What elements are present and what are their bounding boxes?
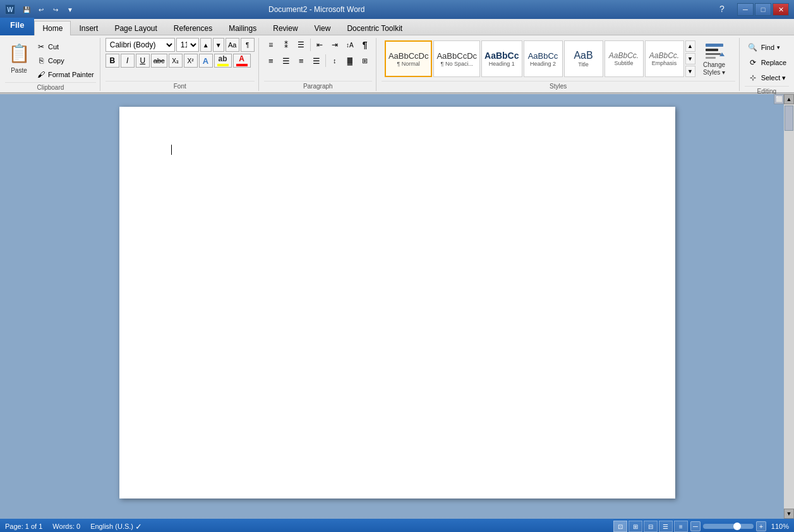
ribbon-minimize-btn[interactable]: ? xyxy=(716,3,728,15)
styles-group-label: Styles xyxy=(382,81,735,91)
web-view-btn[interactable]: ⊟ xyxy=(644,521,658,532)
para-row2: ≡ ☰ ≡ ☰ ↕ ▓ ⊞ xyxy=(264,54,372,68)
format-painter-label: Format Painter xyxy=(48,71,94,78)
text-highlight-btn[interactable]: ab xyxy=(214,54,232,68)
maximize-btn[interactable]: □ xyxy=(755,3,771,16)
language-label: English (U.S.) xyxy=(90,523,133,530)
zoom-out-btn[interactable]: ─ xyxy=(690,521,701,531)
resize-handle[interactable]: ⬜ xyxy=(774,94,784,104)
zoom-thumb[interactable] xyxy=(733,523,741,530)
clipboard-content: 📋 Paste ✂ Cut ⎘ Copy 🖌 Format Painter xyxy=(5,38,96,82)
clear-formatting-btn[interactable]: Aa xyxy=(226,38,239,52)
numbering-btn[interactable]: ⁑ xyxy=(279,38,293,52)
tab-mailings[interactable]: Mailings xyxy=(220,21,265,35)
font-name-select[interactable]: Calibri (Body) xyxy=(105,38,175,52)
document-page[interactable] xyxy=(119,107,675,499)
font-row2: B I U abc X₂ X² A ab A xyxy=(105,54,255,68)
save-quick-btn[interactable]: 💾 xyxy=(20,4,33,15)
font-size-select[interactable]: 11 xyxy=(176,38,199,52)
copy-button[interactable]: ⎘ Copy xyxy=(34,54,96,67)
styles-scroll-down[interactable]: ▼ xyxy=(685,53,695,64)
spell-check-icon: ✓ xyxy=(135,522,142,531)
strikethrough-button[interactable]: abc xyxy=(151,54,167,68)
format-painter-button[interactable]: 🖌 Format Painter xyxy=(34,68,96,81)
select-button[interactable]: ⊹ Select ▾ xyxy=(745,71,789,85)
minimize-btn[interactable]: ─ xyxy=(737,3,754,16)
borders-btn[interactable]: ⊞ xyxy=(358,54,372,68)
bold-button[interactable]: B xyxy=(105,54,119,68)
show-para-btn[interactable]: ¶ xyxy=(358,38,372,52)
style-heading1-btn[interactable]: AaBbCc Heading 1 xyxy=(481,40,522,77)
decrease-indent-btn[interactable]: ⇤ xyxy=(313,38,327,52)
font-size-decrease-btn[interactable]: ▼ xyxy=(213,38,224,52)
cut-icon: ✂ xyxy=(36,42,46,52)
replace-button[interactable]: ⟳ Replace xyxy=(745,56,789,70)
zoom-in-btn[interactable]: + xyxy=(756,521,766,531)
paste-button[interactable]: 📋 Paste xyxy=(5,38,33,75)
scroll-up-arrow[interactable]: ▲ xyxy=(784,94,794,104)
subscript-button[interactable]: X₂ xyxy=(169,54,183,68)
style-heading2-label: Heading 2 xyxy=(530,61,556,67)
tab-file[interactable]: File xyxy=(0,18,34,35)
font-color-btn[interactable]: A xyxy=(233,54,251,68)
clipboard-group: 📋 Paste ✂ Cut ⎘ Copy 🖌 Format Painter xyxy=(1,38,100,91)
document-content[interactable] xyxy=(119,107,675,193)
styles-expand[interactable]: ▼ xyxy=(685,66,695,77)
align-right-btn[interactable]: ≡ xyxy=(294,54,308,68)
style-title-btn[interactable]: AaB Title xyxy=(564,40,603,77)
style-subtitle-text: AaBbCc. xyxy=(609,51,639,60)
style-normal-btn[interactable]: AaBbCcDc ¶ Normal xyxy=(385,40,433,77)
paste-icon: 📋 xyxy=(8,39,30,67)
multilevel-btn[interactable]: ☰ xyxy=(294,38,308,52)
status-left: Page: 1 of 1 Words: 0 English (U.S.) ✓ xyxy=(5,522,142,531)
tab-references[interactable]: References xyxy=(165,21,220,35)
tab-insert[interactable]: Insert xyxy=(71,21,106,35)
style-heading2-btn[interactable]: AaBbCc Heading 2 xyxy=(524,40,563,77)
justify-btn[interactable]: ☰ xyxy=(310,54,323,68)
scroll-track xyxy=(784,104,794,509)
underline-button[interactable]: U xyxy=(136,54,150,68)
print-view-btn[interactable]: ⊡ xyxy=(613,521,627,532)
shading-btn[interactable]: ▓ xyxy=(343,54,357,68)
close-btn[interactable]: ✕ xyxy=(773,3,789,16)
show-characters-btn[interactable]: ¶ xyxy=(241,38,255,52)
change-styles-button[interactable]: ChangeStyles ▾ xyxy=(697,39,732,79)
paragraph-group-label: Paragraph xyxy=(264,81,372,91)
clipboard-small: ✂ Cut ⎘ Copy 🖌 Format Painter xyxy=(34,38,96,81)
redo-quick-btn[interactable]: ↪ xyxy=(49,4,62,15)
scroll-thumb[interactable] xyxy=(785,106,793,131)
line-spacing-btn[interactable]: ↕ xyxy=(328,54,342,68)
sort-btn[interactable]: ↕A xyxy=(343,38,357,52)
tab-page-layout[interactable]: Page Layout xyxy=(106,21,165,35)
style-nospacing-btn[interactable]: AaBbCcDc ¶ No Spaci... xyxy=(433,40,480,77)
cut-button[interactable]: ✂ Cut xyxy=(34,40,96,53)
tab-review[interactable]: Review xyxy=(265,21,306,35)
svg-rect-0 xyxy=(706,44,723,47)
align-left-btn[interactable]: ≡ xyxy=(264,54,278,68)
styles-scroll-up[interactable]: ▲ xyxy=(685,40,695,52)
find-button[interactable]: 🔍 Find ▾ xyxy=(745,40,789,54)
draft-view-btn[interactable]: ≡ xyxy=(674,521,688,532)
tab-home[interactable]: Home xyxy=(34,21,71,35)
text-effect-button[interactable]: A xyxy=(199,54,213,68)
bullets-btn[interactable]: ≡ xyxy=(264,38,278,52)
superscript-button[interactable]: X² xyxy=(184,54,198,68)
style-subtitle-btn[interactable]: AaBbCc. Subtitle xyxy=(605,40,644,77)
zoom-slider[interactable] xyxy=(703,524,754,529)
scroll-down-arrow[interactable]: ▼ xyxy=(784,509,794,519)
customize-quick-btn[interactable]: ▼ xyxy=(64,4,76,15)
title-bar: W 💾 ↩ ↪ ▼ Document2 - Microsoft Word ? ─… xyxy=(0,0,794,19)
outline-view-btn[interactable]: ☰ xyxy=(659,521,673,532)
fullscreen-view-btn[interactable]: ⊞ xyxy=(629,521,642,532)
italic-button[interactable]: I xyxy=(121,54,135,68)
style-emphasis-btn[interactable]: AaBbCc. Emphasis xyxy=(645,40,684,77)
font-size-increase-btn[interactable]: ▲ xyxy=(200,38,212,52)
tab-docentric[interactable]: Docentric Toolkit xyxy=(339,21,411,35)
status-right: ⊡ ⊞ ⊟ ☰ ≡ ─ + 110% xyxy=(613,521,789,532)
align-center-btn[interactable]: ☰ xyxy=(279,54,293,68)
cut-label: Cut xyxy=(48,43,59,51)
increase-indent-btn[interactable]: ⇥ xyxy=(328,38,342,52)
tab-view[interactable]: View xyxy=(306,21,339,35)
language-button[interactable]: English (U.S.) ✓ xyxy=(90,522,142,531)
undo-quick-btn[interactable]: ↩ xyxy=(35,4,47,15)
